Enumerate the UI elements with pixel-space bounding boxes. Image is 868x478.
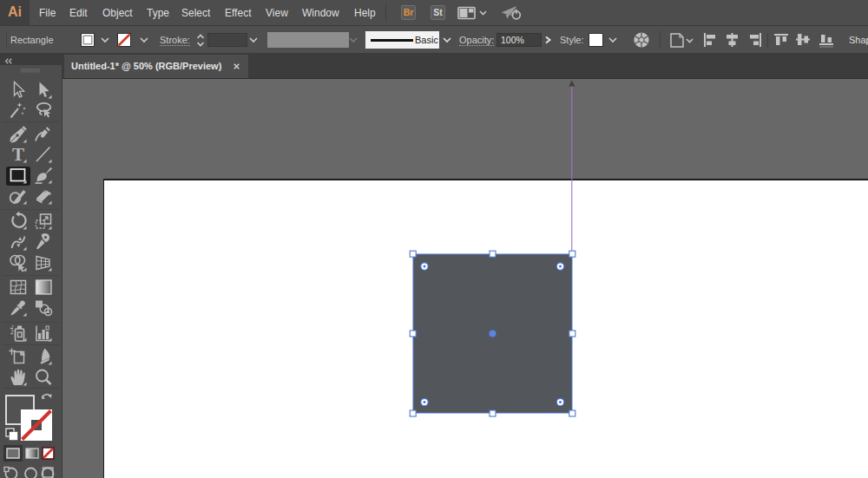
svg-text:T: T xyxy=(12,144,24,165)
